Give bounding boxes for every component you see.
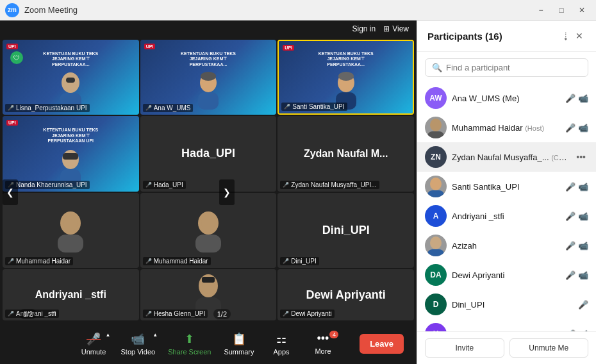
svg-rect-15: [63, 153, 78, 160]
participant-icons: 🎤 📹: [565, 211, 588, 221]
unmute-caret: ▲: [106, 332, 111, 338]
more-icon: •••: [317, 332, 329, 345]
panel-header: Participants (16) ⭭ ✕: [417, 21, 596, 52]
list-item[interactable]: AW Ana W_UMS (Me) 🎤 📹: [417, 83, 596, 113]
svg-point-28: [430, 178, 442, 190]
video-cell-dewi: Dewi Apriyanti 🎤 Dewi Apriyanti: [277, 269, 414, 320]
svg-point-21: [201, 215, 215, 231]
unmute-me-button[interactable]: Unmute Me: [509, 338, 589, 358]
mute-status-icon: 🎤: [565, 211, 575, 221]
participant-more-button[interactable]: •••: [574, 151, 588, 163]
grid-icon: ⊞: [383, 24, 390, 33]
next-page-button[interactable]: ❯: [219, 179, 235, 205]
svg-rect-20: [195, 235, 221, 252]
list-item[interactable]: Azizah 🎤 📹: [417, 231, 596, 260]
participant-name: Muhammad Haidar (Host): [452, 123, 560, 133]
close-panel-button[interactable]: ✕: [573, 29, 586, 42]
avatar: H: [425, 323, 447, 331]
list-item[interactable]: Santi Santika_UPI 🎤 📹: [417, 172, 596, 201]
popout-button[interactable]: ⭭: [559, 29, 573, 42]
participant-icons: 🎤 📹: [565, 270, 588, 280]
video-header: Sign in ⊞ View: [0, 21, 417, 37]
mute-status-icon: 🎤: [578, 300, 588, 310]
avatar: [425, 117, 447, 138]
cell-name-haidar1: 🎤 Muhammad Haidar: [5, 257, 73, 265]
list-item[interactable]: Muhammad Haidar (Host) 🎤 📹: [417, 113, 596, 142]
svg-rect-29: [427, 190, 444, 197]
apps-icon: ⚏: [276, 332, 286, 346]
video-cell-dini: Dini_UPI 🎤 Dini_UPI: [277, 193, 414, 268]
sign-in-button[interactable]: Sign in: [352, 24, 376, 33]
summary-button[interactable]: 📋 Summary: [217, 329, 260, 358]
list-item[interactable]: D Dini_UPI 🎤: [417, 290, 596, 319]
mute-icon: 🎤: [87, 332, 101, 346]
participant-name: Zydan Naufal Musyaffa_... (Co-host): [452, 153, 568, 162]
cell-name-lisna: 🎤 Lisna_Perpustakaan UPI: [5, 104, 90, 112]
stop-video-caret: ▲: [153, 332, 158, 338]
more-button[interactable]: 4 ••• More: [302, 329, 344, 358]
minimize-button[interactable]: −: [532, 3, 550, 17]
video-cell-haidar2: 🎤 Muhammad Haidar: [140, 193, 277, 268]
mute-status-icon: 🎤: [565, 123, 575, 133]
app-title: Zoom Meeting: [24, 5, 532, 15]
app-logo: zm: [5, 3, 19, 17]
avatar: D: [425, 294, 447, 315]
invite-button[interactable]: Invite: [425, 338, 504, 358]
title-bar: zm Zoom Meeting − □ ✕: [0, 0, 596, 21]
search-icon: 🔍: [432, 63, 442, 72]
participants-panel: Participants (16) ⭭ ✕ 🔍 AW Ana W_UMS (Me…: [417, 21, 596, 364]
maximize-button[interactable]: □: [552, 3, 570, 17]
participant-name: Dewi Apriyanti: [452, 270, 560, 280]
panel-footer: Invite Unmute Me: [417, 331, 596, 364]
svg-rect-3: [66, 78, 75, 83]
video-grid: UPI KETENTUAN BUKU TEKSJEJARING KEM⊤PERP…: [0, 37, 417, 323]
avatar: DA: [425, 264, 447, 286]
security-badge: 🛡: [10, 51, 23, 64]
svg-point-30: [430, 236, 442, 249]
list-item[interactable]: A Andriyani _stfi 🎤 📹: [417, 201, 596, 231]
cell-name-ana: 🎤 Ana W_UMS: [143, 104, 194, 112]
participant-info: Ana W_UMS (Me): [452, 94, 560, 103]
video-status-icon: 📹: [578, 211, 588, 221]
mute-status-icon: 🎤: [565, 270, 575, 280]
list-item[interactable]: H Hada_UPI 🎤 📹: [417, 319, 596, 331]
avatar: A: [425, 205, 447, 227]
cell-name-zydan: 🎤 Zydan Naufal Musyaffa_UPI...: [280, 181, 379, 189]
close-button[interactable]: ✕: [573, 3, 591, 17]
video-cell-santi: UPI KETENTUAN BUKU TEKSJEJARING KEM⊤PERP…: [277, 40, 414, 115]
participant-name: Dini_UPI: [452, 300, 573, 310]
list-item[interactable]: ZN Zydan Naufal Musyaffa_... (Co-host) •…: [417, 142, 596, 172]
mute-status-icon: 🎤: [565, 241, 575, 251]
video-area: Sign in ⊞ View UPI KETENTUAN BUKU TEKSJE…: [0, 21, 417, 364]
avatar: [425, 176, 447, 197]
stop-video-button[interactable]: ▲ 📹 Stop Video: [115, 329, 162, 358]
cell-name-dini: 🎤 Dini_UPI: [280, 257, 319, 265]
view-button[interactable]: ⊞ View: [383, 24, 409, 33]
video-icon: 📹: [131, 332, 145, 346]
participant-info: Azizah: [452, 241, 560, 251]
participant-info: Zydan Naufal Musyaffa_... (Co-host): [452, 153, 568, 162]
prev-page-button[interactable]: ❮: [3, 179, 18, 205]
avatar: ZN: [425, 146, 447, 168]
participant-icons: 🎤 📹: [565, 94, 588, 103]
more-badge: 4: [329, 331, 338, 338]
share-screen-button[interactable]: ⬆ Share Screen: [161, 329, 217, 358]
participant-icons: 🎤 📹: [565, 182, 588, 192]
participant-icons: 🎤 📹: [565, 123, 588, 133]
cell-name-haidar2: 🎤 Muhammad Haidar: [143, 257, 211, 265]
leave-button[interactable]: Leave: [360, 334, 404, 354]
cell-name-hesha: 🎤 Hesha Glenn_UPI: [143, 310, 208, 318]
svg-rect-27: [427, 131, 444, 138]
toolbar: ▲ 🎤 Unmute ▲ 📹 Stop Video ⬆ Share Screen…: [0, 323, 417, 364]
svg-rect-25: [202, 277, 215, 283]
search-input[interactable]: [446, 63, 581, 72]
apps-button[interactable]: ⚏ Apps: [260, 329, 302, 358]
participant-info: Santi Santika_UPI: [452, 182, 560, 192]
list-item[interactable]: DA Dewi Apriyanti 🎤 📹: [417, 260, 596, 290]
svg-rect-31: [427, 249, 444, 256]
search-box: 🔍: [425, 58, 588, 77]
video-cell-haidar1: 🎤 Muhammad Haidar: [3, 193, 139, 268]
page-indicator-right: 1/2: [213, 309, 231, 319]
unmute-button[interactable]: ▲ 🎤 Unmute: [73, 329, 115, 358]
participant-name: Ana W_UMS (Me): [452, 94, 560, 103]
